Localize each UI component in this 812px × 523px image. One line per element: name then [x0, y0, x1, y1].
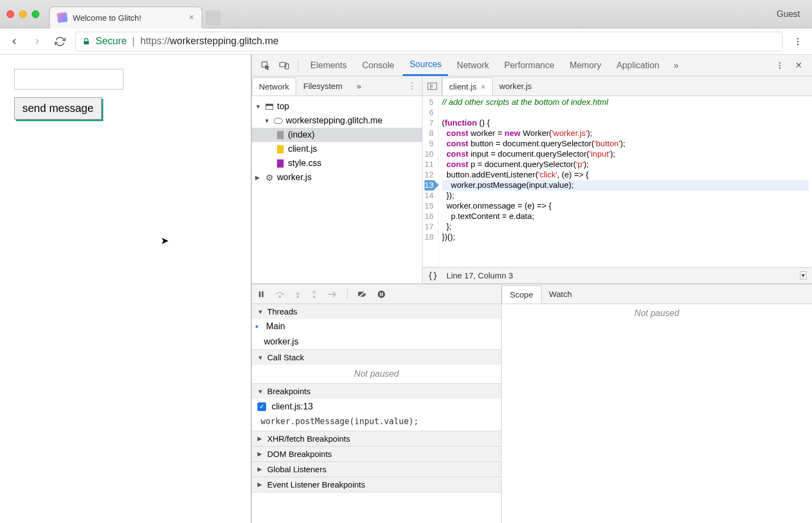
- url-host: workerstepping.glitch.me: [170, 35, 279, 46]
- callstack-section: ▼Call Stack Not paused: [252, 350, 501, 384]
- breakpoint-checkbox[interactable]: ✓: [257, 402, 266, 411]
- close-window-button[interactable]: [7, 10, 14, 18]
- svg-rect-10: [427, 83, 437, 90]
- step-into-button[interactable]: [295, 290, 301, 299]
- code-editor[interactable]: 56789101112131415161718 // add other scr…: [422, 96, 812, 267]
- debugger-panel: ▼Threads Main worker.js ▼Call Stack Not …: [252, 284, 502, 523]
- scope-status: Not paused: [502, 304, 812, 323]
- new-tab-button[interactable]: [205, 10, 221, 26]
- url-protocol: https://: [140, 35, 170, 46]
- browser-tab[interactable]: Welcome to Glitch! ×: [49, 7, 202, 28]
- svg-point-9: [779, 67, 781, 69]
- device-toolbar-icon[interactable]: [276, 57, 292, 74]
- editor-statusbar: {} Line 17, Column 3 ▾: [422, 267, 812, 283]
- guest-label[interactable]: Guest: [776, 9, 800, 19]
- svg-point-7: [779, 62, 781, 64]
- callstack-status: Not paused: [252, 365, 501, 383]
- minimize-window-button[interactable]: [19, 10, 27, 18]
- tab-elements[interactable]: Elements: [304, 56, 354, 75]
- navigator-menu-icon[interactable]: ⋮: [402, 79, 422, 93]
- breakpoints-section: ▼Breakpoints ✓ client.js:13 worker.postM…: [252, 384, 501, 431]
- xhr-breakpoints-header[interactable]: ▶XHR/fetch Breakpoints: [252, 431, 501, 446]
- browser-menu-button[interactable]: [790, 34, 805, 49]
- cursor-position: Line 17, Column 3: [446, 271, 800, 280]
- statusbar-menu-icon[interactable]: ▾: [800, 271, 807, 280]
- tab-console[interactable]: Console: [356, 56, 401, 75]
- breakpoints-header[interactable]: ▼Breakpoints: [252, 384, 501, 399]
- tab-title: Welcome to Glitch!: [73, 13, 142, 22]
- reload-button[interactable]: [52, 34, 68, 49]
- tree-worker[interactable]: ▶⚙worker.js: [252, 170, 422, 185]
- scope-tab-scope[interactable]: Scope: [502, 286, 542, 304]
- tab-sources[interactable]: Sources: [403, 55, 448, 76]
- inspect-element-icon[interactable]: [257, 57, 274, 74]
- breakpoint-code: worker.postMessage(input.value);: [252, 415, 501, 431]
- editor-panel: client.js× worker.js 5678910111213141516…: [422, 76, 812, 283]
- tab-memory[interactable]: Memory: [563, 56, 608, 75]
- svg-rect-22: [380, 292, 381, 296]
- scope-tab-watch[interactable]: Watch: [542, 286, 580, 302]
- breakpoint-label: client.js:13: [272, 402, 313, 412]
- dom-breakpoints-header[interactable]: ▶DOM Breakpoints: [252, 447, 501, 461]
- send-message-button[interactable]: send message: [14, 97, 102, 120]
- secure-label: Secure: [96, 35, 127, 47]
- devtools: Elements Console Sources Network Perform…: [251, 55, 812, 523]
- editor-tab-client[interactable]: client.js×: [442, 78, 493, 96]
- global-listeners-header[interactable]: ▶Global Listeners: [252, 462, 501, 477]
- nav-tab-more-icon[interactable]: »: [350, 77, 368, 95]
- forward-button[interactable]: [30, 34, 45, 49]
- step-out-button[interactable]: [311, 290, 317, 299]
- nav-tab-filesystem[interactable]: Filesystem: [296, 77, 350, 95]
- svg-rect-13: [262, 291, 263, 297]
- svg-point-2: [797, 40, 799, 42]
- step-button[interactable]: [327, 291, 337, 298]
- window-titlebar: Welcome to Glitch! × Guest: [0, 0, 812, 28]
- tree-file-client[interactable]: client.js: [252, 142, 422, 156]
- devtools-close-icon[interactable]: ✕: [790, 57, 807, 74]
- tree-file-index[interactable]: (index): [252, 128, 422, 142]
- message-input[interactable]: [14, 69, 123, 90]
- tree-top[interactable]: ▼top: [252, 99, 422, 114]
- svg-point-21: [378, 290, 385, 298]
- breakpoint-item[interactable]: ✓ client.js:13: [252, 399, 501, 415]
- debugger-toolbar: [252, 284, 501, 304]
- back-button[interactable]: [7, 34, 22, 49]
- pause-exceptions-button[interactable]: [377, 290, 386, 299]
- thread-main[interactable]: Main: [252, 319, 501, 334]
- pause-button[interactable]: [257, 290, 265, 298]
- callstack-header[interactable]: ▼Call Stack: [252, 350, 501, 365]
- svg-point-18: [314, 296, 315, 298]
- toggle-navigator-icon[interactable]: [422, 76, 442, 96]
- format-icon[interactable]: {}: [428, 271, 438, 281]
- svg-rect-12: [259, 291, 261, 297]
- svg-rect-23: [382, 292, 383, 296]
- traffic-lights: [7, 10, 39, 18]
- devtools-tabbar: Elements Console Sources Network Perform…: [252, 55, 812, 76]
- deactivate-breakpoints-button[interactable]: [357, 290, 367, 299]
- step-over-button[interactable]: [275, 290, 285, 298]
- tab-performance[interactable]: Performance: [498, 56, 561, 75]
- tree-file-style[interactable]: style.css: [252, 156, 422, 170]
- close-tab-icon[interactable]: ×: [189, 13, 194, 22]
- tab-network[interactable]: Network: [450, 56, 496, 75]
- editor-tab-worker[interactable]: worker.js: [493, 78, 538, 94]
- maximize-window-button[interactable]: [32, 10, 39, 18]
- thread-worker[interactable]: worker.js: [252, 334, 501, 349]
- tab-application[interactable]: Application: [610, 56, 666, 75]
- page-viewport: send message: [0, 55, 251, 523]
- favicon-icon: [57, 12, 68, 23]
- devtools-menu-icon[interactable]: [772, 57, 788, 74]
- more-tabs-icon[interactable]: »: [668, 57, 684, 74]
- sources-navigator: Network Filesystem » ⋮ ▼top ▼workerstepp…: [252, 76, 422, 283]
- threads-section: ▼Threads Main worker.js: [252, 304, 501, 350]
- svg-rect-0: [84, 41, 89, 44]
- scope-panel: Scope Watch Not paused: [502, 284, 812, 523]
- threads-header[interactable]: ▼Threads: [252, 304, 501, 319]
- tree-domain[interactable]: ▼workerstepping.glitch.me: [252, 114, 422, 128]
- close-editor-tab-icon[interactable]: ×: [481, 82, 486, 91]
- event-listener-breakpoints-header[interactable]: ▶Event Listener Breakpoints: [252, 477, 501, 492]
- url-bar[interactable]: Secure | https://workerstepping.glitch.m…: [75, 32, 782, 51]
- svg-point-8: [779, 64, 781, 66]
- svg-point-16: [297, 296, 299, 298]
- nav-tab-network[interactable]: Network: [252, 78, 296, 96]
